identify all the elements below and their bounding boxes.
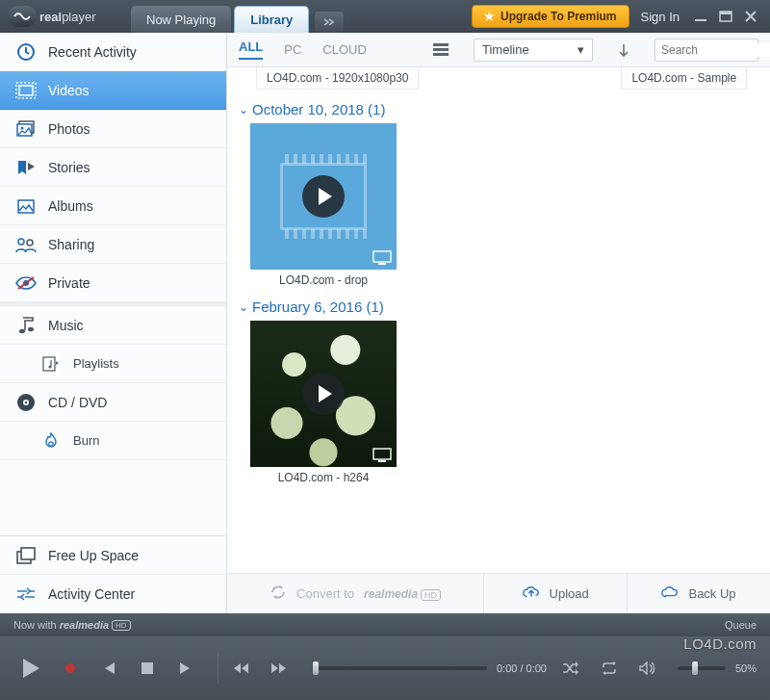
sidebar-item-photos[interactable]: Photos [0, 110, 226, 148]
sharing-icon [13, 234, 38, 255]
video-item-label[interactable]: LO4D.com - 1920x1080p30 [256, 67, 419, 90]
volume-percent: 50% [735, 662, 757, 674]
seek-area [303, 666, 497, 670]
next-button[interactable] [171, 654, 200, 683]
date-group-header[interactable]: ⌄ February 6, 2016 (1) [239, 293, 758, 321]
date-group-header[interactable]: ⌄ October 10, 2018 (1) [239, 95, 758, 123]
sort-dropdown-label: Timeline [482, 42, 578, 57]
sort-direction-button[interactable] [614, 39, 633, 62]
search-box[interactable] [654, 39, 758, 62]
sidebar-item-music[interactable]: Music [0, 306, 226, 345]
svg-rect-22 [21, 548, 35, 559]
search-input[interactable] [661, 43, 770, 57]
tab-now-playing[interactable]: Now Playing [131, 6, 231, 33]
filter-tab-cloud[interactable]: CLOUD [322, 42, 367, 57]
svg-rect-15 [43, 357, 55, 371]
tab-overflow-button[interactable] [315, 12, 344, 33]
close-button[interactable] [743, 9, 758, 24]
video-item[interactable]: LO4D.com - drop [250, 123, 397, 287]
private-eye-icon [13, 272, 38, 294]
cloud-icon [661, 585, 679, 602]
library-filter-bar: ALL PC CLOUD Timeline ▾ [227, 33, 770, 67]
star-icon: ★ [484, 10, 495, 23]
photos-icon [13, 118, 38, 140]
maximize-button[interactable] [718, 9, 733, 24]
sidebar-item-stories[interactable]: Stories [0, 148, 226, 187]
chevron-down-icon: ⌄ [239, 103, 248, 117]
svg-rect-2 [720, 12, 732, 14]
playlist-icon [38, 353, 64, 375]
upload-label: Upload [550, 586, 589, 601]
sidebar-item-private[interactable]: Private [0, 264, 226, 302]
realplayer-logo: realplayer [8, 5, 114, 28]
filter-tab-all[interactable]: ALL [239, 39, 263, 60]
sidebar-item-activity-center[interactable]: Activity Center [0, 575, 226, 613]
backup-button[interactable]: Back Up [628, 574, 770, 613]
sidebar-label: Recent Activity [48, 44, 137, 60]
tab-library[interactable]: Library [234, 6, 309, 33]
library-content[interactable]: LO4D.com - 1920x1080p30 LO4D.com - Sampl… [227, 67, 770, 573]
svg-rect-30 [378, 460, 386, 462]
record-button[interactable] [56, 654, 85, 683]
chevron-down-icon: ⌄ [239, 300, 248, 314]
stories-icon [13, 157, 38, 178]
shuffle-button[interactable] [556, 654, 585, 683]
previous-button[interactable] [94, 654, 123, 683]
video-thumbnail[interactable] [250, 123, 397, 270]
sidebar-item-free-up-space[interactable]: Free Up Space [0, 536, 226, 575]
svg-rect-0 [695, 19, 706, 21]
stop-button[interactable] [133, 654, 162, 683]
video-thumbnail[interactable] [250, 321, 397, 467]
play-button[interactable] [13, 654, 46, 683]
app-shell: Recent Activity Videos Photos Stories Al… [0, 33, 770, 613]
sidebar-item-albums[interactable]: Albums [0, 187, 226, 225]
seek-knob[interactable] [313, 661, 319, 675]
filter-tab-pc[interactable]: PC [284, 42, 301, 57]
video-item-label[interactable]: LO4D.com - Sample [621, 67, 747, 90]
svg-rect-23 [433, 43, 449, 46]
film-icon [13, 80, 38, 101]
disc-icon [13, 392, 38, 413]
queue-link[interactable]: Queue [725, 619, 757, 631]
volume-slider[interactable] [678, 666, 726, 670]
seek-slider[interactable] [313, 666, 487, 670]
svg-point-19 [25, 401, 27, 402]
sidebar-item-videos[interactable]: Videos [0, 71, 226, 110]
nowwith-brand: realmedia [60, 619, 109, 631]
cloud-upload-icon [523, 585, 540, 602]
main-tabs: Now Playing Library [131, 0, 344, 33]
minimize-button[interactable] [693, 9, 708, 24]
fast-forward-button[interactable] [265, 654, 294, 683]
sidebar-label: Free Up Space [48, 548, 139, 563]
svg-rect-29 [373, 449, 391, 459]
sidebar-item-playlists[interactable]: Playlists [0, 345, 226, 383]
hd-badge: HD [112, 620, 131, 631]
sidebar-label: Burn [73, 433, 99, 448]
video-item-label: LO4D.com - h264 [250, 471, 397, 484]
sign-in-link[interactable]: Sign In [641, 10, 680, 24]
clock-icon [13, 41, 38, 63]
sort-dropdown[interactable]: Timeline ▾ [474, 39, 593, 62]
video-item[interactable]: LO4D.com - h264 [250, 321, 397, 484]
title-bar: realplayer Now Playing Library ★ Upgrade… [0, 0, 770, 33]
volume-knob[interactable] [692, 661, 698, 675]
view-mode-list-icon[interactable] [429, 39, 452, 62]
rewind-button[interactable] [226, 654, 255, 683]
repeat-button[interactable] [595, 654, 624, 683]
convert-button[interactable]: Convert to realmediaHD [227, 574, 484, 613]
date-group-title: October 10, 2018 (1) [252, 101, 385, 117]
music-note-icon [13, 315, 38, 336]
volume-icon[interactable] [633, 654, 662, 683]
sidebar-item-burn[interactable]: Burn [0, 422, 226, 460]
svg-rect-27 [373, 251, 391, 262]
sidebar-label: Photos [48, 121, 90, 137]
sidebar-item-cd-dvd[interactable]: CD / DVD [0, 383, 226, 422]
svg-point-13 [19, 328, 25, 332]
sidebar-item-recent-activity[interactable]: Recent Activity [0, 33, 226, 71]
upgrade-premium-button[interactable]: ★ Upgrade To Premium [472, 5, 629, 28]
sidebar-label: Playlists [73, 356, 119, 371]
upload-button[interactable]: Upload [484, 574, 628, 613]
sidebar-label: Private [48, 275, 90, 291]
logo-badge-icon [8, 6, 37, 27]
sidebar-item-sharing[interactable]: Sharing [0, 225, 226, 264]
